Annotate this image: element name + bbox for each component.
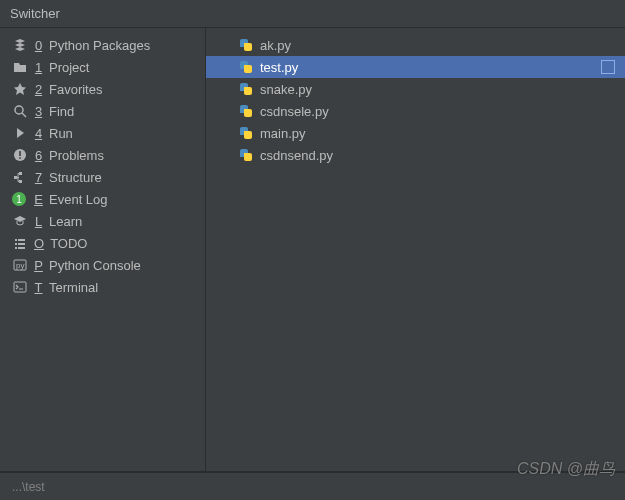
tool-label: Python Packages	[49, 38, 150, 53]
file-name: snake.py	[260, 82, 312, 97]
svg-rect-9	[18, 239, 25, 241]
shortcut-key: L	[34, 214, 43, 229]
file-name: ak.py	[260, 38, 291, 53]
tool-item-learn[interactable]: LLearn	[0, 210, 205, 232]
shortcut-key: 1	[34, 60, 43, 75]
watermark: CSDN @曲鸟	[517, 459, 615, 480]
svg-rect-13	[18, 247, 25, 249]
file-name: main.py	[260, 126, 306, 141]
tool-label: Learn	[49, 214, 82, 229]
tool-label: TODO	[50, 236, 87, 251]
tool-item-project[interactable]: 1Project	[0, 56, 205, 78]
svg-rect-8	[15, 239, 17, 241]
window-title: Switcher	[10, 6, 60, 21]
learn-icon	[12, 213, 28, 229]
find-icon	[12, 103, 28, 119]
gutter-icon	[216, 147, 232, 163]
svg-rect-6	[19, 172, 22, 175]
tool-item-terminal[interactable]: TTerminal	[0, 276, 205, 298]
tool-label: Project	[49, 60, 89, 75]
python-file-icon	[238, 147, 254, 163]
tool-item-structure[interactable]: 7Structure	[0, 166, 205, 188]
file-name: csdnsend.py	[260, 148, 333, 163]
gutter-icon	[216, 37, 232, 53]
structure-icon	[12, 169, 28, 185]
tool-item-run[interactable]: 4Run	[0, 122, 205, 144]
svg-text:py: py	[16, 261, 24, 270]
shortcut-key: 0	[34, 38, 43, 53]
event-log-icon: 1	[12, 191, 28, 207]
pin-icon[interactable]	[601, 60, 615, 74]
titlebar: Switcher	[0, 0, 625, 28]
shortcut-key: 4	[34, 126, 43, 141]
tool-windows-list: 0Python Packages1Project2Favorites3Find4…	[0, 28, 206, 471]
svg-line-1	[22, 113, 26, 117]
file-name: test.py	[260, 60, 298, 75]
gutter-icon	[216, 59, 232, 75]
project-icon	[12, 59, 28, 75]
tool-label: Terminal	[49, 280, 98, 295]
svg-point-0	[15, 106, 23, 114]
file-item[interactable]: csdnsend.py	[206, 144, 625, 166]
tool-label: Run	[49, 126, 73, 141]
tool-label: Favorites	[49, 82, 102, 97]
python-file-icon	[238, 37, 254, 53]
open-files-list: ak.pytest.pysnake.pycsdnsele.pymain.pycs…	[206, 28, 625, 471]
shortcut-key: 3	[34, 104, 43, 119]
tool-label: Structure	[49, 170, 102, 185]
svg-rect-11	[18, 243, 25, 245]
shortcut-key: T	[34, 280, 43, 295]
shortcut-key: P	[34, 258, 43, 273]
tool-item-find[interactable]: 3Find	[0, 100, 205, 122]
shortcut-key: 6	[34, 148, 43, 163]
svg-rect-3	[19, 151, 21, 156]
svg-rect-4	[19, 157, 21, 159]
python-file-icon	[238, 103, 254, 119]
tool-item-problems[interactable]: 6Problems	[0, 144, 205, 166]
file-name: csdnsele.py	[260, 104, 329, 119]
tool-item-favorites[interactable]: 2Favorites	[0, 78, 205, 100]
svg-rect-16	[14, 282, 26, 292]
python-console-icon: py	[12, 257, 28, 273]
tool-item-event-log[interactable]: 1EEvent Log	[0, 188, 205, 210]
tool-item-todo[interactable]: OTODO	[0, 232, 205, 254]
todo-icon	[12, 235, 28, 251]
file-item[interactable]: main.py	[206, 122, 625, 144]
file-item[interactable]: snake.py	[206, 78, 625, 100]
problems-icon	[12, 147, 28, 163]
svg-rect-12	[15, 247, 17, 249]
shortcut-key: 7	[34, 170, 43, 185]
tool-item-python-console[interactable]: pyPPython Console	[0, 254, 205, 276]
svg-rect-10	[15, 243, 17, 245]
file-item[interactable]: test.py	[206, 56, 625, 78]
svg-rect-7	[19, 180, 22, 183]
tool-label: Problems	[49, 148, 104, 163]
shortcut-key: 2	[34, 82, 43, 97]
tool-label: Event Log	[49, 192, 108, 207]
shortcut-key: O	[34, 236, 44, 251]
python-file-icon	[238, 59, 254, 75]
terminal-icon	[12, 279, 28, 295]
gutter-icon	[216, 125, 232, 141]
switcher-panel: 0Python Packages1Project2Favorites3Find4…	[0, 28, 625, 472]
event-log-badge: 1	[12, 192, 26, 206]
python-packages-icon	[12, 37, 28, 53]
python-file-icon	[238, 125, 254, 141]
shortcut-key: E	[34, 192, 43, 207]
run-icon	[12, 125, 28, 141]
python-file-icon	[238, 81, 254, 97]
file-item[interactable]: ak.py	[206, 34, 625, 56]
file-item[interactable]: csdnsele.py	[206, 100, 625, 122]
status-path: ...\test	[12, 480, 45, 494]
tool-label: Python Console	[49, 258, 141, 273]
favorites-icon	[12, 81, 28, 97]
gutter-icon	[216, 81, 232, 97]
tool-label: Find	[49, 104, 74, 119]
tool-item-python-packages[interactable]: 0Python Packages	[0, 34, 205, 56]
svg-rect-5	[14, 176, 17, 179]
gutter-icon	[216, 103, 232, 119]
